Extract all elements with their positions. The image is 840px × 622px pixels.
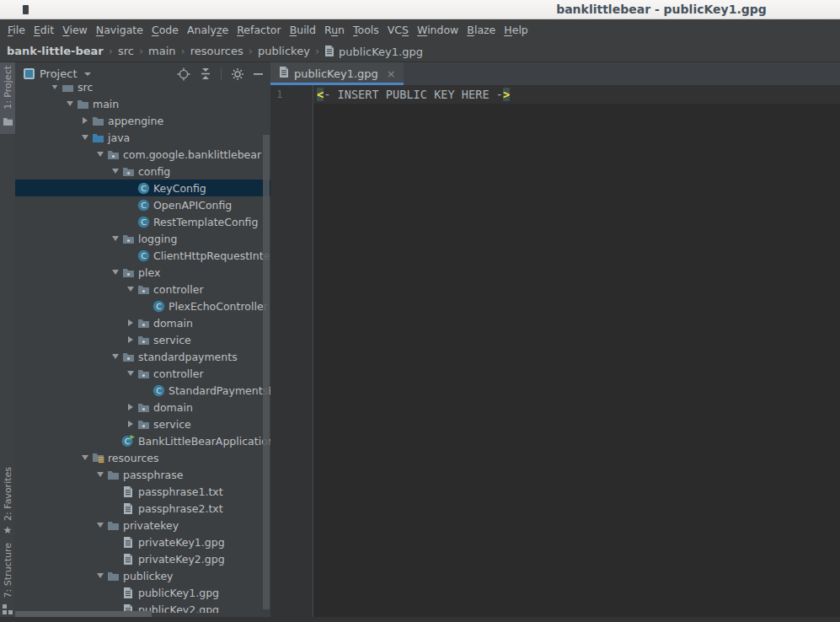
tree-row[interactable]: controller: [15, 365, 270, 382]
tree-row[interactable]: src: [15, 85, 270, 95]
tree-row[interactable]: CKeyConfig: [15, 180, 270, 196]
hide-icon[interactable]: [254, 72, 264, 76]
tree-row[interactable]: plex: [15, 264, 270, 281]
menu-code[interactable]: Code: [147, 24, 183, 36]
tree-row[interactable]: passphrase1.txt: [15, 483, 270, 500]
tree-item-label: privateKey2.gpg: [138, 553, 225, 566]
tree-row[interactable]: publickey: [15, 567, 270, 584]
tree-row[interactable]: com.google.banklittlebear: [15, 146, 270, 163]
breadcrumb-item[interactable]: main: [148, 45, 175, 57]
tree-row[interactable]: privateKey2.gpg: [15, 550, 270, 567]
menu-build[interactable]: Build: [286, 24, 320, 36]
collapse-arrow-icon[interactable]: [94, 523, 106, 528]
collapse-arrow-icon[interactable]: [79, 455, 91, 460]
file-icon: [121, 587, 135, 599]
breadcrumb-item[interactable]: src: [118, 45, 134, 57]
tool-button-structure[interactable]: 7: Structure: [0, 539, 15, 622]
tree-row[interactable]: resources: [15, 449, 270, 466]
tree-item-label: domain: [153, 401, 193, 414]
tree-row[interactable]: config: [15, 163, 270, 180]
menu-window[interactable]: Window: [413, 24, 463, 36]
collapse-arrow-icon[interactable]: [94, 573, 106, 578]
breadcrumb-item[interactable]: resources: [190, 45, 243, 57]
window-menu-icon[interactable]: [23, 5, 29, 14]
breadcrumb-item[interactable]: publicKey1.gpg: [324, 45, 423, 58]
breadcrumb-item[interactable]: bank-little-bear: [7, 45, 104, 57]
collapse-arrow-icon[interactable]: [94, 472, 106, 477]
locate-icon[interactable]: [177, 67, 190, 81]
tree-row[interactable]: domain: [15, 399, 270, 416]
tree-row[interactable]: passphrase: [15, 466, 270, 483]
menu-analyze[interactable]: Analyze: [183, 24, 233, 36]
tree-row[interactable]: java: [15, 129, 270, 146]
tree-indent: [15, 272, 110, 273]
tree-row[interactable]: standardpayments: [15, 348, 270, 365]
collapse-arrow-icon[interactable]: [64, 101, 76, 106]
menu-view[interactable]: View: [58, 24, 92, 36]
tree-row[interactable]: service: [15, 416, 270, 432]
collapse-arrow-icon[interactable]: [94, 152, 106, 157]
collapse-arrow-icon[interactable]: [110, 236, 121, 241]
expand-arrow-icon[interactable]: [125, 404, 136, 410]
tree-row[interactable]: controller: [15, 281, 270, 298]
tree-row[interactable]: passphrase2.txt: [15, 500, 270, 517]
menu-file[interactable]: File: [3, 24, 29, 36]
tree-item-label: java: [108, 131, 130, 144]
tree-row[interactable]: domain: [15, 314, 270, 331]
editor-tab[interactable]: publicKey1.gpg ×: [270, 62, 404, 85]
close-icon[interactable]: ×: [387, 67, 396, 80]
menu-vcs[interactable]: VCS: [383, 24, 413, 36]
expand-arrow-icon[interactable]: [125, 336, 136, 343]
collapse-arrow-icon[interactable]: [110, 270, 121, 275]
class-icon: C: [136, 199, 150, 212]
window-bottom-edge: [0, 617, 840, 622]
collapse-arrow-icon[interactable]: [110, 169, 121, 174]
tree-horizontal-scrollbar[interactable]: [15, 611, 152, 617]
folder-icon: [106, 469, 120, 480]
tool-button-favorites[interactable]: 2: Favorites★: [0, 464, 15, 539]
tree-item-label: logging: [138, 233, 177, 245]
tree-row[interactable]: CStandardPaymentsEch: [15, 382, 270, 399]
menu-refactor[interactable]: Refactor: [233, 24, 285, 36]
collapse-all-icon[interactable]: [200, 67, 211, 80]
expand-arrow-icon[interactable]: [125, 421, 136, 427]
expand-arrow-icon[interactable]: [125, 319, 136, 326]
menu-blaze[interactable]: Blaze: [463, 24, 500, 36]
breadcrumb-item[interactable]: publickey: [258, 45, 310, 57]
settings-icon[interactable]: [231, 67, 244, 81]
tree-vertical-scrollbar[interactable]: [263, 135, 270, 609]
tree-row[interactable]: main: [15, 95, 270, 112]
menu-edit[interactable]: Edit: [29, 24, 58, 36]
collapse-arrow-icon[interactable]: [79, 135, 91, 140]
tool-button-label: 2: Favorites: [3, 467, 13, 521]
menu-run[interactable]: Run: [320, 24, 349, 36]
tree-indent: [15, 205, 125, 206]
collapse-arrow-icon[interactable]: [125, 287, 136, 292]
project-view-selector[interactable]: Project: [24, 67, 177, 80]
tree-row[interactable]: privateKey1.gpg: [15, 534, 270, 550]
editor-line-1[interactable]: <- INSERT PUBLIC KEY HERE ->: [313, 85, 840, 104]
menu-navigate[interactable]: Navigate: [92, 24, 147, 36]
expand-arrow-icon[interactable]: [79, 117, 91, 124]
tree-indent: [15, 475, 94, 475]
tree-row[interactable]: CClientHttpRequestIntercep: [15, 247, 270, 264]
tree-row[interactable]: COpenAPIConfig: [15, 196, 270, 213]
tree-row[interactable]: CBankLittleBearApplication: [15, 432, 270, 449]
tree-row[interactable]: CPlexEchoController: [15, 298, 270, 314]
tree-row[interactable]: appengine: [15, 112, 270, 129]
tree-row[interactable]: privatekey: [15, 517, 270, 534]
tool-button-project[interactable]: 1: Project: [0, 62, 15, 134]
tree-row[interactable]: publicKey1.gpg: [15, 584, 270, 601]
collapse-arrow-icon[interactable]: [125, 371, 136, 376]
tree-row[interactable]: service: [15, 331, 270, 348]
tree-item-label: passphrase1.txt: [138, 485, 223, 498]
tree-row[interactable]: CRestTemplateConfig: [15, 213, 270, 230]
menu-tools[interactable]: Tools: [349, 24, 383, 36]
collapse-arrow-icon[interactable]: [110, 354, 121, 359]
tree-indent: [15, 441, 110, 442]
collapse-arrow-icon[interactable]: [49, 85, 61, 89]
class-run-icon: C: [121, 435, 135, 448]
menu-help[interactable]: Help: [500, 24, 532, 36]
project-panel-toolbar: [177, 67, 264, 81]
tree-row[interactable]: logging: [15, 230, 270, 247]
